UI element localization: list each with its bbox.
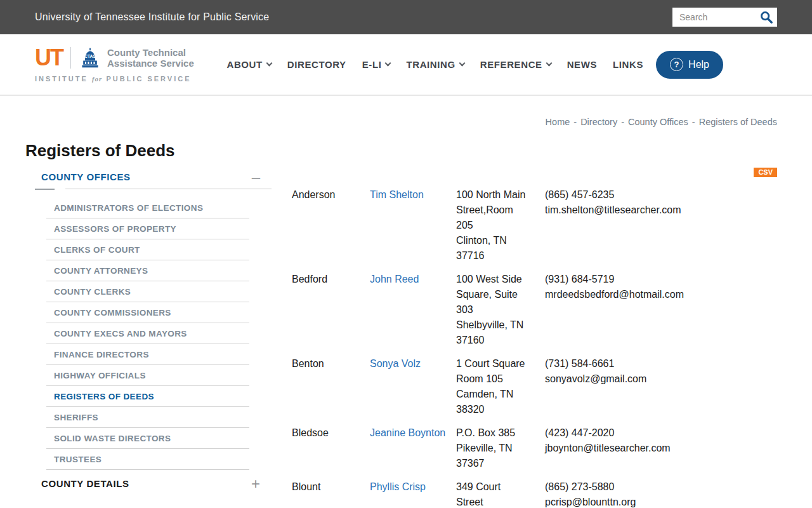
register-name-link[interactable]: John Reed — [370, 274, 419, 284]
sidebar-section-label: COUNTY DETAILS — [41, 478, 129, 489]
sidebar-item-county-attorneys[interactable]: COUNTY ATTORNEYS — [46, 260, 249, 281]
breadcrumb-item[interactable]: County Offices — [628, 117, 688, 127]
sidebar-underline — [35, 189, 272, 190]
table-row: Benton Sonya Volz 1 Court SquareRoom 105… — [292, 356, 777, 417]
name-cell: Phyllis Crisp — [370, 479, 456, 495]
phone-text: (931) 684-5719 — [545, 272, 777, 287]
register-name-link[interactable]: Jeanine Boynton — [370, 427, 445, 438]
search-box — [672, 8, 777, 27]
contact-cell: (931) 684-5719 mrdeedsbedford@hotmail.co… — [545, 272, 777, 302]
chevron-down-icon — [266, 60, 272, 66]
sidebar-section-county-details[interactable]: COUNTY DETAILS + — [35, 478, 272, 489]
county-cell: Benton — [292, 356, 370, 371]
nav-item-label: NEWS — [567, 59, 597, 70]
nav-item-label: E-LI — [362, 59, 382, 70]
name-cell: Tim Shelton — [370, 187, 456, 203]
expand-plus-icon[interactable]: + — [251, 479, 260, 488]
address-cell: P.O. Box 385Pikeville, TN37367 — [456, 425, 545, 471]
name-cell: Jeanine Boynton — [370, 425, 456, 441]
brand-logo[interactable]: UT CTAS County T — [35, 46, 194, 83]
chevron-down-icon — [546, 60, 552, 66]
help-label: Help — [688, 59, 709, 70]
register-name-link[interactable]: Phyllis Crisp — [370, 481, 426, 492]
nav-item-label: ABOUT — [226, 59, 262, 70]
nav-item-about[interactable]: ABOUT — [226, 59, 271, 70]
nav-item-links[interactable]: LINKS — [613, 59, 643, 70]
contact-cell: (731) 584-6661 sonyavolz@gmail.com — [545, 356, 777, 387]
breadcrumb: Home-Directory-County Offices-Registers … — [546, 117, 777, 127]
phone-text: (731) 584-6661 — [545, 356, 777, 371]
nav-item-directory[interactable]: DIRECTORY — [287, 59, 346, 70]
table-row: Bledsoe Jeanine Boynton P.O. Box 385Pike… — [292, 425, 777, 471]
brand-tagline: INSTITUTE for PUBLIC SERVICE — [35, 75, 194, 83]
sidebar-item-finance-directors[interactable]: FINANCE DIRECTORS — [46, 344, 249, 365]
breadcrumb-separator: - — [573, 117, 577, 127]
contact-cell: (865) 273-5880 pcrisp@blounttn.org — [545, 479, 777, 508]
email-text: jboynton@titlesearcher.com — [545, 441, 777, 456]
top-utility-bar: University of Tennessee Institute for Pu… — [0, 0, 812, 34]
register-name-link[interactable]: Tim Shelton — [370, 189, 424, 200]
table-row: Bedford John Reed 100 West SideSquare, S… — [292, 272, 777, 348]
sidebar-item-solid-waste-directors[interactable]: SOLID WASTE DIRECTORS — [46, 428, 249, 449]
phone-text: (865) 457-6235 — [545, 187, 777, 203]
sidebar-item-administrators-of-elections[interactable]: ADMINISTRATORS OF ELECTIONS — [46, 197, 249, 218]
email-text: mrdeedsbedford@hotmail.com — [545, 287, 777, 302]
search-input[interactable] — [672, 12, 756, 22]
brand-lockup: UT CTAS County T — [35, 46, 194, 69]
chevron-down-icon — [385, 60, 391, 66]
county-cell: Blount — [292, 479, 370, 495]
nav-item-reference[interactable]: REFERENCE — [480, 59, 551, 70]
email-text: pcrisp@blounttn.org — [545, 495, 777, 508]
search-button[interactable] — [756, 8, 777, 27]
breadcrumb-item[interactable]: Directory — [580, 117, 617, 127]
svg-text:CTAS: CTAS — [84, 54, 96, 58]
sidebar-item-clerks-of-court[interactable]: CLERKS OF COURT — [46, 239, 249, 260]
contact-cell: (423) 447-2020 jboynton@titlesearcher.co… — [545, 425, 777, 456]
page-title: Registers of Deeds — [25, 141, 175, 161]
name-cell: John Reed — [370, 272, 456, 287]
collapse-minus-icon[interactable]: – — [252, 173, 260, 182]
primary-nav: ABOUTDIRECTORYE-LITRAININGREFERENCENEWSL… — [226, 51, 723, 79]
site-title: University of Tennessee Institute for Pu… — [35, 11, 269, 23]
ctas-capitol-icon: CTAS — [79, 46, 102, 69]
sidebar-item-trustees[interactable]: TRUSTEES — [46, 449, 249, 470]
nav-item-label: LINKS — [613, 59, 643, 70]
sidebar-item-assessors-of-property[interactable]: ASSESSORS OF PROPERTY — [46, 218, 249, 239]
register-name-link[interactable]: Sonya Volz — [370, 358, 421, 369]
name-cell: Sonya Volz — [370, 356, 456, 371]
address-cell: 100 West SideSquare, Suite303Shelbyville… — [456, 272, 545, 348]
sidebar-item-county-clerks[interactable]: COUNTY CLERKS — [46, 281, 249, 302]
nav-item-news[interactable]: NEWS — [567, 59, 597, 70]
sidebar-section-county-offices[interactable]: COUNTY OFFICES – — [35, 169, 272, 189]
ut-logo: UT — [35, 46, 63, 69]
brand-divider — [70, 47, 71, 69]
brand-name: County Technical Assistance Service — [107, 47, 194, 69]
sidebar-item-county-commissioners[interactable]: COUNTY COMMISSIONERS — [46, 302, 249, 323]
registers-table: Anderson Tim Shelton 100 North MainStree… — [292, 187, 777, 508]
sidebar-item-county-execs-and-mayors[interactable]: COUNTY EXECS AND MAYORS — [46, 323, 249, 344]
page: University of Tennessee Institute for Pu… — [0, 0, 812, 508]
csv-export-button[interactable]: CSV — [754, 168, 777, 177]
address-cell: 100 North MainStreet,Room205Clinton, TN3… — [456, 187, 545, 264]
breadcrumb-separator: - — [621, 117, 624, 127]
email-text: tim.shelton@titlesearcher.com — [545, 203, 777, 218]
help-button[interactable]: ? Help — [656, 51, 723, 79]
help-question-icon: ? — [670, 58, 683, 71]
sidebar-item-list: ADMINISTRATORS OF ELECTIONSASSESSORS OF … — [46, 197, 272, 470]
sidebar-item-registers-of-deeds[interactable]: REGISTERS OF DEEDS — [46, 386, 249, 407]
breadcrumb-item[interactable]: Home — [546, 117, 570, 127]
nav-item-label: REFERENCE — [480, 59, 542, 70]
table-row: Blount Phyllis Crisp 349 CourtStreet (86… — [292, 479, 777, 508]
sidebar-item-highway-officials[interactable]: HIGHWAY OFFICIALS — [46, 365, 249, 386]
nav-item-e-li[interactable]: E-LI — [362, 59, 391, 70]
nav-item-training[interactable]: TRAINING — [406, 59, 464, 70]
chevron-down-icon — [459, 60, 465, 66]
county-cell: Bedford — [292, 272, 370, 287]
sidebar-item-sheriffs[interactable]: SHERIFFS — [46, 407, 249, 428]
sidebar: COUNTY OFFICES – ADMINISTRATORS OF ELECT… — [35, 169, 272, 489]
phone-text: (865) 273-5880 — [545, 479, 777, 495]
nav-item-label: DIRECTORY — [287, 59, 346, 70]
nav-items: ABOUTDIRECTORYE-LITRAININGREFERENCENEWSL… — [226, 59, 643, 70]
address-cell: 349 CourtStreet — [456, 479, 545, 508]
nav-item-label: TRAINING — [406, 59, 455, 70]
